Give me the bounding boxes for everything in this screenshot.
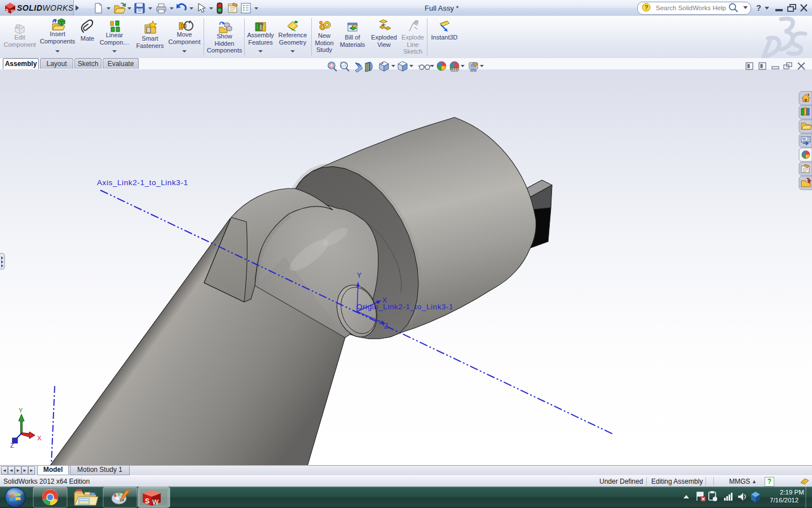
svg-text:X: X	[37, 435, 42, 441]
svg-text:Z: Z	[10, 442, 14, 449]
svg-text:Axis_Link2-1_to_Link3-1: Axis_Link2-1_to_Link3-1	[97, 178, 188, 187]
svg-text:Y: Y	[357, 271, 361, 279]
svg-text:?: ?	[756, 3, 761, 12]
svg-text:Y: Y	[19, 407, 23, 414]
svg-text:7/16/2012: 7/16/2012	[770, 497, 798, 503]
svg-text:2:19 PM: 2:19 PM	[780, 489, 804, 496]
svg-text:W: W	[152, 498, 159, 506]
svg-text:S: S	[145, 497, 149, 505]
svg-text:Origin_Link2-1_to_Link3-1: Origin_Link2-1_to_Link3-1	[356, 303, 453, 311]
svg-text:Z: Z	[384, 322, 388, 330]
svg-text:?: ?	[645, 4, 648, 11]
